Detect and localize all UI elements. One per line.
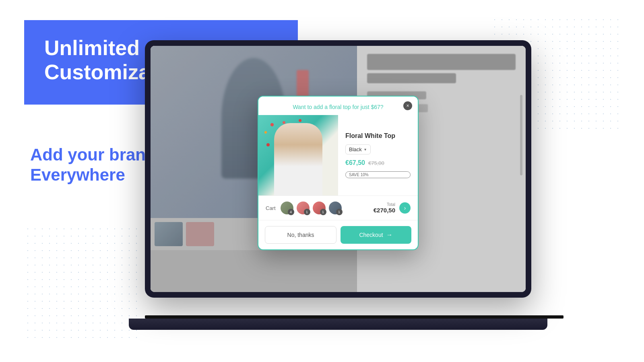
- modal-header: Want to add a floral top for just $67? ×: [258, 97, 418, 115]
- color-dropdown[interactable]: Black ▾: [345, 144, 371, 154]
- cart-section: Cart 4 1 1 1: [258, 195, 418, 220]
- chevron-down-icon: ▾: [364, 147, 366, 152]
- cart-badge-1: 4: [288, 209, 294, 215]
- modal-product-info: Floral White Top Black ▾ €67,50 €75,00: [338, 115, 418, 195]
- modal-overlay: Want to add a floral top for just $67? ×: [151, 46, 526, 292]
- checkout-button[interactable]: Checkout →: [341, 226, 411, 244]
- total-label: Total: [374, 202, 395, 207]
- modal-actions: No, thanks Checkout →: [258, 220, 418, 249]
- cart-badge-2: 1: [304, 209, 310, 215]
- cart-badge-3: 1: [320, 209, 326, 215]
- cart-total: Total €270,50: [374, 202, 395, 214]
- laptop-screen: Want to add a floral top for just $67? ×: [151, 46, 526, 292]
- modal-title: Want to add a floral top for just $67?: [266, 104, 410, 110]
- product-name: Floral White Top: [345, 132, 411, 140]
- upsell-modal: Want to add a floral top for just $67? ×: [258, 96, 419, 250]
- price-current: €67,50: [345, 159, 365, 167]
- price-row: €67,50 €75,00: [345, 159, 411, 167]
- laptop-base: [129, 319, 547, 330]
- save-badge: SAVE 10%: [345, 171, 411, 178]
- checkout-label: Checkout: [359, 232, 383, 238]
- cart-item-4: 1: [328, 201, 343, 215]
- cart-item-2: 1: [296, 201, 310, 215]
- decline-button[interactable]: No, thanks: [265, 226, 336, 244]
- checkout-arrow-icon: →: [386, 231, 393, 239]
- modal-product-area: Floral White Top Black ▾ €67,50 €75,00: [258, 115, 418, 195]
- laptop-hinge: [145, 315, 564, 319]
- modal-product-image: [258, 115, 338, 195]
- laptop-wrapper: Want to add a floral top for just $67? ×: [145, 40, 555, 330]
- close-button[interactable]: ×: [403, 101, 412, 110]
- cart-item-3: 1: [312, 201, 326, 215]
- cart-label: Cart: [266, 205, 276, 211]
- color-value: Black: [349, 146, 362, 152]
- cart-items: 4 1 1 1: [280, 201, 374, 215]
- cart-badge-4: 1: [336, 209, 343, 215]
- total-value: €270,50: [374, 207, 395, 214]
- cart-item-1: 4: [280, 201, 294, 215]
- cart-arrow-button[interactable]: ›: [399, 202, 411, 214]
- model-figure: [274, 123, 322, 195]
- price-original: €75,00: [368, 160, 384, 166]
- laptop-body: Want to add a floral top for just $67? ×: [145, 40, 531, 298]
- color-select-wrapper: Black ▾: [345, 144, 411, 154]
